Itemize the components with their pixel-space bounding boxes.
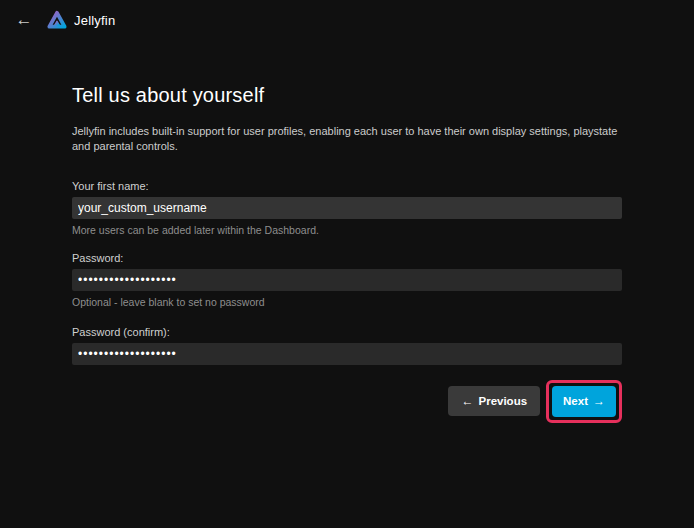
username-helper-text: More users can be added later within the… (72, 224, 622, 236)
password-helper-text: Optional - leave blank to set no passwor… (72, 296, 622, 308)
jellyfin-logo-icon (46, 9, 68, 31)
back-button[interactable]: ← (10, 6, 38, 34)
next-button-label: Next (563, 395, 588, 407)
app-name: Jellyfin (74, 13, 115, 28)
username-label: Your first name: (72, 180, 622, 192)
back-arrow-icon: ← (16, 10, 33, 29)
highlight-annotation-box: Next → (546, 380, 622, 423)
page-description: Jellyfin includes built-in support for u… (72, 124, 622, 154)
next-button[interactable]: Next → (552, 386, 616, 417)
username-field-group: Your first name: More users can be added… (72, 180, 622, 236)
previous-button[interactable]: ← Previous (448, 386, 540, 416)
password-label: Password: (72, 252, 622, 264)
wizard-button-row: ← Previous Next → (72, 380, 622, 423)
password-field-group: Password: Optional - leave blank to set … (72, 252, 622, 308)
jellyfin-setup-wizard: ← Jellyfin Tell us about yourself Jellyf… (0, 0, 694, 423)
arrow-left-icon: ← (461, 394, 473, 408)
wizard-content: Tell us about yourself Jellyfin includes… (72, 40, 622, 423)
arrow-right-icon: → (593, 394, 605, 408)
password-confirm-input[interactable] (72, 343, 622, 365)
top-bar: ← Jellyfin (0, 0, 694, 40)
page-title: Tell us about yourself (72, 84, 622, 107)
password-confirm-label: Password (confirm): (72, 326, 622, 338)
password-confirm-field-group: Password (confirm): (72, 326, 622, 365)
username-input[interactable] (72, 197, 622, 219)
previous-button-label: Previous (478, 395, 527, 407)
password-input[interactable] (72, 269, 622, 291)
